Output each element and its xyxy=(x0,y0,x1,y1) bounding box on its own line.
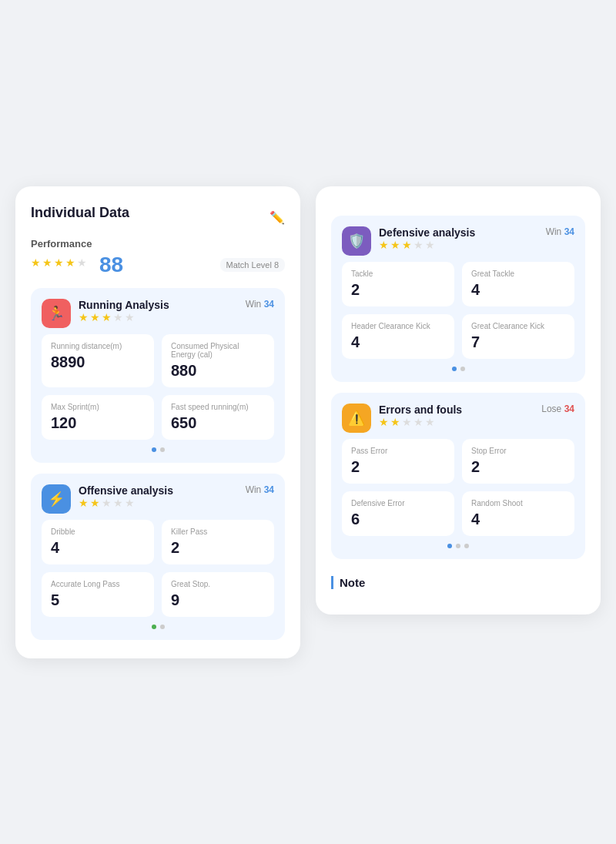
killer-pass-label: Killer Pass xyxy=(171,528,265,536)
great-stop-value: 9 xyxy=(171,591,265,609)
killer-pass-value: 2 xyxy=(171,539,265,557)
tackle-label: Tackle xyxy=(351,270,445,278)
off-dot-1 xyxy=(152,625,156,629)
running-stats: Running distance(m) 8890 Consumed Physic… xyxy=(42,334,274,440)
performance-row: ★ ★ ★ ★ ★ 88 Match Level 8 xyxy=(31,253,285,277)
pass-error-stat: Pass Error 2 xyxy=(342,439,454,484)
performance-section: Performance ★ ★ ★ ★ ★ 88 Match Level 8 xyxy=(31,238,285,277)
offensive-analysis-card: ⚡ Offensive analysis ★ ★ ★ ★ ★ Win 34 xyxy=(31,474,285,640)
running-win-value: 34 xyxy=(264,299,274,310)
long-pass-value: 5 xyxy=(51,591,145,609)
great-tackle-value: 4 xyxy=(471,281,565,299)
stop-error-stat: Stop Error 2 xyxy=(462,439,574,484)
running-dots xyxy=(42,447,274,452)
tackle-value: 2 xyxy=(351,281,445,299)
running-title: Running Analysis xyxy=(79,299,238,311)
note-label: Note xyxy=(331,576,365,589)
running-energy-value: 880 xyxy=(171,362,265,380)
edit-icon[interactable]: ✏️ xyxy=(270,210,285,225)
defensive-title-block: Defensive analysis ★ ★ ★ ★ ★ xyxy=(379,226,538,256)
offensive-stat-great-stop: Great Stop. 9 xyxy=(162,572,274,617)
stop-error-value: 2 xyxy=(471,458,565,476)
errors-lose: Lose 34 xyxy=(541,404,574,414)
dot-1 xyxy=(152,447,156,452)
great-tackle-label: Great Tackle xyxy=(471,270,565,278)
header-clearance-label: Header Clearance Kick xyxy=(351,322,445,330)
offensive-title: Offensive analysis xyxy=(79,484,238,497)
errors-fouls-header: ⚠️ Errors and fouls ★ ★ ★ ★ ★ Lose 34 xyxy=(342,404,574,433)
offensive-win: Win 34 xyxy=(246,484,274,495)
left-panel-title: Individual Data xyxy=(31,205,129,221)
random-shoot-value: 4 xyxy=(471,511,565,528)
offensive-analysis-header: ⚡ Offensive analysis ★ ★ ★ ★ ★ Win 34 xyxy=(42,484,274,514)
running-distance-label: Running distance(m) xyxy=(51,342,145,350)
running-sprint-label: Max Sprint(m) xyxy=(51,403,145,411)
great-clearance-stat: Great Clearance Kick 7 xyxy=(462,314,574,359)
dribble-value: 4 xyxy=(51,539,145,557)
header-clearance-value: 4 xyxy=(351,333,445,351)
errors-fouls-card: ⚠️ Errors and fouls ★ ★ ★ ★ ★ Lose 34 xyxy=(331,393,585,559)
stop-error-label: Stop Error xyxy=(471,447,565,455)
offensive-stat-dribble: Dribble 4 xyxy=(42,520,154,564)
right-panel: 🛡️ Defensive analysis ★ ★ ★ ★ ★ Win 34 xyxy=(316,186,601,615)
star-5: ★ xyxy=(77,256,87,269)
pass-error-label: Pass Error xyxy=(351,447,445,455)
great-stop-label: Great Stop. xyxy=(171,580,265,588)
running-fast-label: Fast speed running(m) xyxy=(171,403,265,411)
running-win: Win 34 xyxy=(246,299,274,310)
running-stat-energy: Consumed Physical Energy (cal) 880 xyxy=(162,334,274,387)
running-icon: 🏃 xyxy=(42,299,71,328)
offensive-stat-killer-pass: Killer Pass 2 xyxy=(162,520,274,564)
offensive-stats: Dribble 4 Killer Pass 2 Accurate Long Pa… xyxy=(42,520,274,617)
defensive-win-value: 34 xyxy=(564,226,574,237)
offensive-win-value: 34 xyxy=(264,484,274,495)
tackle-stat: Tackle 2 xyxy=(342,262,454,306)
defensive-error-value: 6 xyxy=(351,511,445,528)
errors-stars: ★ ★ ★ ★ ★ xyxy=(379,416,534,428)
off-dot-2 xyxy=(160,625,165,629)
def-dot-2 xyxy=(460,367,465,371)
err-dot-3 xyxy=(464,544,469,548)
defensive-title: Defensive analysis xyxy=(379,226,538,239)
defensive-error-label: Defensive Error xyxy=(351,499,445,507)
def-dot-1 xyxy=(452,367,457,371)
left-panel: Individual Data ✏️ Performance ★ ★ ★ ★ ★… xyxy=(15,186,300,658)
running-stat-sprint: Max Sprint(m) 120 xyxy=(42,395,154,440)
star-3: ★ xyxy=(54,256,64,269)
errors-icon: ⚠️ xyxy=(342,404,371,433)
offensive-stars: ★ ★ ★ ★ ★ xyxy=(79,497,238,509)
defensive-dots xyxy=(342,367,574,371)
defensive-error-stat: Defensive Error 6 xyxy=(342,491,454,536)
pass-error-value: 2 xyxy=(351,458,445,476)
defensive-stats: Tackle 2 Great Tackle 4 Header Clearance… xyxy=(342,262,574,359)
performance-label: Performance xyxy=(31,238,285,250)
note-section: Note xyxy=(331,570,585,596)
long-pass-label: Accurate Long Pass xyxy=(51,580,145,588)
star-1: ★ xyxy=(31,256,41,269)
offensive-stat-long-pass: Accurate Long Pass 5 xyxy=(42,572,154,617)
running-analysis-header: 🏃 Running Analysis ★ ★ ★ ★ ★ Win 34 xyxy=(42,299,274,328)
star-2: ★ xyxy=(42,256,52,269)
running-stat-distance: Running distance(m) 8890 xyxy=(42,334,154,387)
defensive-analysis-header: 🛡️ Defensive analysis ★ ★ ★ ★ ★ Win 34 xyxy=(342,226,574,256)
running-energy-label: Consumed Physical Energy (cal) xyxy=(171,342,265,359)
match-level: Match Level 8 xyxy=(220,258,285,272)
errors-dots xyxy=(342,544,574,548)
defensive-win: Win 34 xyxy=(546,226,574,237)
performance-stars: ★ ★ ★ ★ ★ xyxy=(31,256,87,269)
defensive-stars: ★ ★ ★ ★ ★ xyxy=(379,239,538,251)
running-stat-fast: Fast speed running(m) 650 xyxy=(162,395,274,440)
running-fast-value: 650 xyxy=(171,414,265,432)
header-clearance-stat: Header Clearance Kick 4 xyxy=(342,314,454,359)
running-distance-value: 8890 xyxy=(51,353,145,371)
running-sprint-value: 120 xyxy=(51,414,145,432)
performance-score: 88 xyxy=(99,253,123,277)
great-tackle-stat: Great Tackle 4 xyxy=(462,262,574,306)
great-clearance-label: Great Clearance Kick xyxy=(471,322,565,330)
running-stars: ★ ★ ★ ★ ★ xyxy=(79,311,238,323)
dot-2 xyxy=(160,447,165,452)
panels-container: Individual Data ✏️ Performance ★ ★ ★ ★ ★… xyxy=(15,186,601,658)
offensive-dots xyxy=(42,625,274,629)
offensive-title-block: Offensive analysis ★ ★ ★ ★ ★ xyxy=(79,484,238,514)
star-4: ★ xyxy=(65,256,75,269)
